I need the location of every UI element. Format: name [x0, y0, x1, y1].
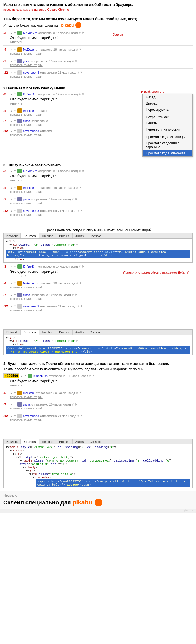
tab-console-1[interactable]: Console [87, 233, 104, 238]
step3-reply[interactable]: ответить [10, 179, 193, 182]
arrow-down-1[interactable]: ▼ [14, 31, 16, 34]
menu-item-page-info[interactable]: Просмотр сведений о странице [143, 140, 192, 150]
arrow-up-2[interactable]: ▲ [10, 48, 13, 51]
meta-action-3: отправлено [31, 59, 48, 63]
devtools-content-1: ▼<tr> ▼<td colspan="2" class="comment_ms… [3, 238, 193, 263]
show-comments-3[interactable]: показать комментарий [10, 63, 193, 67]
devtools-note2: Пишем что хоцем сдесь и нажимаем Enter ↙ [123, 269, 190, 275]
step1-section: 1.выбираем то, что мы хотим изменить(это… [0, 13, 196, 82]
meta-time-2: 19 часов назад [53, 48, 75, 51]
code-line-1: ▼<tr> [6, 240, 190, 243]
tab-console-3[interactable]: Console [87, 439, 104, 444]
meta-action-1: отправлено [38, 31, 55, 34]
devtools-section-1: 2 раза нажимаем левую кнопку мыши и изме… [0, 226, 196, 316]
divider-1 [3, 45, 193, 46]
menu-item-view-source[interactable]: Просмотр кода страницы [143, 134, 192, 140]
step4-comment-1: +100500 ▲ ▼ KinYorSim отправлено 14 часо… [3, 373, 193, 388]
tab-timeline-3[interactable]: Timeline [39, 439, 56, 444]
username-4: neverseen3 [23, 71, 39, 74]
tab-sources-3[interactable]: Sources [21, 439, 39, 444]
devtools-section-3: Network Sources Timeline Profiles Audits… [0, 437, 196, 491]
step2-comments: -3 ▲ ▼ KinYorSim отправлено 14 часов наз… [3, 91, 193, 157]
menu-item-translate[interactable]: Перевести на русский [143, 126, 192, 133]
arrow-down-3[interactable]: ▼ [14, 60, 16, 62]
changed-score: +100500 [3, 373, 19, 378]
menu-item-inspect[interactable]: Просмотр кода элемента [143, 150, 192, 156]
final-pikabu-text: pikabu [73, 499, 92, 506]
gap-5 [0, 431, 196, 437]
tab-network-1[interactable]: Network [4, 233, 21, 238]
arrow-down-4[interactable]: ▼ [14, 71, 16, 74]
code-line-4: </div> [13, 258, 190, 261]
tab-timeline-1[interactable]: Timeline [39, 233, 56, 238]
step2-annotation: И выбираем это [141, 90, 193, 93]
tab-profiles-1[interactable]: Profiles [56, 233, 73, 238]
final-credit: Склеил специально для [3, 499, 71, 506]
comment-block-3: -7 ▲ ▼ gisha отправлено 19 часов назад #… [3, 58, 193, 67]
step3-title: 3. Снизу выскакивает окошечко [3, 163, 193, 167]
tab-profiles-3[interactable]: Profiles [56, 439, 73, 444]
flag-3: ⚑ [75, 59, 78, 63]
tab-sources-1[interactable]: Sources [21, 233, 39, 238]
menu-item-back[interactable]: Назад [143, 94, 192, 100]
tab-network-3[interactable]: Network [4, 439, 21, 444]
tab-audits-2[interactable]: Audits [73, 330, 87, 335]
username-2: MsExcel [23, 48, 35, 51]
code-line-3: ▼<div> [13, 247, 190, 250]
arrow-up-1[interactable]: ▲ [10, 31, 13, 34]
tab-timeline-2[interactable]: Timeline [39, 330, 56, 335]
tab-audits-1[interactable]: Audits [73, 233, 87, 238]
show-comments-4[interactable]: показать комментарий [10, 75, 193, 78]
devtools-note1: 2 раза нажимаем левую кнопку мыши и изме… [3, 228, 193, 232]
flag-1: ⚑ [82, 31, 85, 35]
pikabu-logo-text: pikabu [61, 23, 74, 27]
comment-meta-2: -4 ▲ ▼ MsExcel отправлено 19 часов назад… [3, 47, 193, 52]
devtools-inline-comment: -3 ▲ ▼ KinYorSim отправлено 14 часов наз… [3, 264, 193, 278]
meta-action-2: отправлено [36, 48, 52, 51]
gap-4 [0, 425, 196, 431]
meta-time-1: 14 часов назад [56, 31, 78, 34]
comment-meta-1: -3 ▲ ▼ KinYorSim отправлено 14 часов наз… [3, 31, 85, 35]
step2-comment-2: -4 ▲ ▼ MsExcel отправл показать коммента… [3, 108, 127, 117]
divider-3 [3, 68, 193, 69]
final-pikabu-icon [95, 499, 102, 506]
comment-meta-3: -7 ▲ ▼ gisha отправлено 19 часов назад #… [3, 59, 193, 63]
step1-title: 1.выбираем то, что мы хотим изменить(это… [3, 17, 193, 21]
subtitle-link[interactable]: здесь покажу как это делать в Google Chr… [3, 8, 69, 11]
avatar-3 [17, 59, 22, 63]
reply-link-1[interactable]: ответить [10, 40, 85, 44]
step2-comment-4: -12 ▲ ▼ neverseen3 отправл показать комм… [3, 128, 127, 137]
menu-item-forward[interactable]: Вперед [143, 100, 192, 106]
comment-meta-4: -12 ▲ ▼ neverseen3 отправлено 21 час наз… [3, 70, 193, 75]
tab-network-2[interactable]: Network [4, 330, 21, 335]
devtools-bar-1: Network Sources Timeline Profiles Audits… [3, 233, 193, 238]
page-wrapper: Мало кто знал что можно изменять абсолют… [0, 0, 196, 513]
hash-2: # [76, 48, 78, 51]
tab-sources-2[interactable]: Sources [21, 330, 39, 335]
devtools-content-2: ▼<tr> ▼<td colspan="2" class="comment_ms… [3, 335, 193, 355]
hash-3: # [72, 59, 74, 63]
menu-item-save[interactable]: Сохранить как... [143, 114, 192, 120]
meta-action-4: отправлено [40, 71, 57, 74]
tab-audits-3[interactable]: Audits [73, 439, 87, 444]
step2-avatar-1 [17, 92, 22, 96]
show-comments-2[interactable]: показать комментарий [10, 52, 193, 55]
score-4: -12 [3, 71, 9, 74]
comment-block-1: -3 ▲ ▼ KinYorSim отправлено 14 часов наз… [3, 30, 193, 44]
arrow-up-4[interactable]: ▲ [10, 71, 13, 74]
step3-section: 3. Снизу выскакивает окошечко -3 ▲ ▼ Kin… [0, 159, 196, 220]
tab-console-2[interactable]: Console [87, 330, 104, 335]
step4-section: 4. Вуаля пост изменен. После обновления … [0, 358, 196, 425]
flag-2: ⚑ [79, 48, 82, 52]
hash-1: # [79, 31, 81, 34]
devtools-bar-2: Network Sources Timeline Profiles Audits… [3, 329, 193, 335]
avatar-2 [17, 47, 22, 52]
menu-item-print[interactable]: Печать... [143, 120, 192, 126]
menu-item-reload[interactable]: Перезагрузить [143, 106, 192, 113]
tab-profiles-2[interactable]: Profiles [56, 330, 73, 335]
code-line-highlight-1: <div id="comment_desc_20393703" class="c… [6, 250, 190, 258]
arrow-up-3[interactable]: ▲ [10, 60, 13, 62]
devtools-section-2: Network Sources Timeline Profiles Audits… [0, 327, 196, 358]
arrow-down-2[interactable]: ▼ [14, 48, 16, 51]
avatar-1 [17, 31, 22, 35]
